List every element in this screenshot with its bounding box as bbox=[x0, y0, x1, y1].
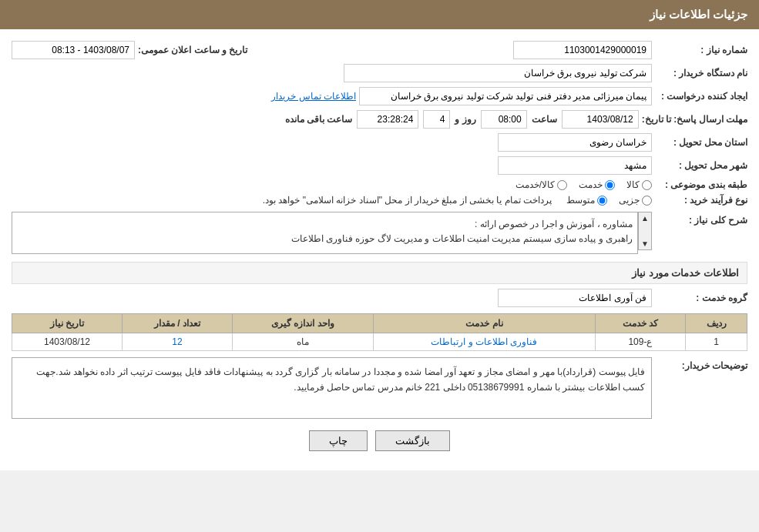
col-service-name: نام خدمت bbox=[374, 314, 596, 333]
hour-label: ساعت bbox=[532, 114, 557, 125]
process-jozyi-radio[interactable] bbox=[642, 196, 652, 206]
row-creator: ایجاد کننده درخواست : اطلاعات تماس خریدا… bbox=[12, 87, 747, 105]
category-khedmat: خدمت bbox=[579, 179, 615, 190]
col-row-num: ردیف bbox=[686, 314, 747, 333]
page-container: جزئیات اطلاعات نیاز شماره نیاز : تاریخ و… bbox=[0, 0, 759, 470]
table-row: 1 ع-109 فناوری اطلاعات و ارتباطات ماه 12… bbox=[12, 333, 747, 351]
service-group-input[interactable] bbox=[498, 289, 652, 307]
process-motavasset-radio[interactable] bbox=[597, 196, 607, 206]
announce-datetime-label: تاریخ و ساعت اعلان عمومی: bbox=[138, 45, 247, 55]
back-button[interactable]: بازگشت bbox=[375, 430, 450, 451]
row-description: شرح کلی نیاز : ▲ ▼ مشاوره ، آموزش و اجرا… bbox=[12, 212, 747, 254]
row-need-number: شماره نیاز : تاریخ و ساعت اعلان عمومی: bbox=[12, 41, 747, 59]
process-motavasset: متوسط bbox=[566, 195, 607, 206]
row-process: نوع فرآیند خرید : جزیی متوسط پرداخت تمام… bbox=[12, 195, 747, 206]
process-motavasset-label: متوسط bbox=[566, 195, 595, 206]
province-label: استان محل تحویل : bbox=[655, 137, 747, 148]
scroll-up-icon: ▲ bbox=[640, 214, 650, 223]
process-jozyi-label: جزیی bbox=[619, 195, 640, 206]
buyer-org-input[interactable] bbox=[344, 64, 652, 82]
buyer-notes-label: توضیحات خریدار: bbox=[655, 357, 747, 371]
city-input[interactable] bbox=[498, 156, 652, 175]
days-label: روز و bbox=[455, 114, 475, 125]
category-kala-khedmat: کالا/خدمت bbox=[516, 179, 567, 190]
row-send-date: مهلت ارسال پاسخ: تا تاریخ: ساعت روز و سا… bbox=[12, 110, 747, 129]
send-date-label: مهلت ارسال پاسخ: تا تاریخ: bbox=[642, 114, 747, 125]
description-line2: راهبری و پیاده سازی سیستم مدیریت امنیت ا… bbox=[17, 232, 633, 246]
services-table: ردیف کد خدمت نام خدمت واحد اندازه گیری ت… bbox=[12, 313, 747, 351]
page-title: جزئیات اطلاعات نیاز bbox=[650, 8, 747, 21]
deadline-days-input[interactable] bbox=[423, 110, 450, 129]
scroll-button[interactable]: ▲ ▼ bbox=[638, 212, 652, 250]
need-number-input[interactable] bbox=[513, 41, 652, 59]
row-buyer-org: نام دستگاه خریدار : bbox=[12, 64, 747, 82]
service-group-label: گروه خدمت : bbox=[655, 293, 747, 303]
creator-label: ایجاد کننده درخواست : bbox=[655, 91, 747, 102]
category-label: طبقه بندی موضوعی : bbox=[655, 179, 747, 190]
deadline-row: ساعت روز و ساعت باقی مانده bbox=[285, 110, 639, 129]
category-radio-group: کالا خدمت کالا/خدمت bbox=[516, 179, 652, 190]
cell-code: ع-109 bbox=[595, 333, 686, 351]
cell-name: فناوری اطلاعات و ارتباطات bbox=[374, 333, 596, 351]
content-area: شماره نیاز : تاریخ و ساعت اعلان عمومی: ن… bbox=[0, 29, 759, 470]
col-unit: واحد اندازه گیری bbox=[232, 314, 373, 333]
cell-qty: 12 bbox=[123, 333, 233, 351]
deadline-date-input[interactable] bbox=[562, 110, 639, 129]
category-kala-label: کالا bbox=[626, 179, 640, 190]
process-jozyi: جزیی bbox=[619, 195, 652, 206]
description-text: مشاوره ، آموزش و اجرا در خصوص ارائه : را… bbox=[12, 212, 638, 254]
remaining-label: ساعت باقی مانده bbox=[285, 114, 353, 125]
announce-datetime-input[interactable] bbox=[12, 41, 135, 59]
row-city: شهر محل تحویل : bbox=[12, 156, 747, 175]
description-line1: مشاوره ، آموزش و اجرا در خصوص ارائه : bbox=[17, 217, 633, 232]
category-khedmat-label: خدمت bbox=[579, 179, 603, 190]
scroll-down-icon: ▼ bbox=[640, 239, 650, 248]
process-label: نوع فرآیند خرید : bbox=[655, 195, 747, 206]
services-section-title: اطلاعات خدمات مورد نیاز bbox=[12, 262, 747, 284]
cell-row-num: 1 bbox=[686, 333, 747, 351]
button-row: بازگشت چاپ bbox=[12, 430, 747, 451]
deadline-remaining-input[interactable] bbox=[357, 110, 418, 129]
category-kala-khedmat-radio[interactable] bbox=[557, 180, 567, 190]
category-kala-radio[interactable] bbox=[642, 180, 652, 190]
description-label: شرح کلی نیاز : bbox=[655, 212, 747, 226]
buyer-notes-content: فایل پیوست (قرارداد)با مهر و امضای مجاز … bbox=[12, 357, 652, 419]
province-input[interactable] bbox=[498, 133, 652, 152]
table-header-row: ردیف کد خدمت نام خدمت واحد اندازه گیری ت… bbox=[12, 314, 747, 333]
col-date: تاریخ نیاز bbox=[12, 314, 123, 333]
row-buyer-notes: توضیحات خریدار: فایل پیوست (قرارداد)با م… bbox=[12, 357, 747, 419]
contact-link[interactable]: اطلاعات تماس خریدار bbox=[271, 91, 356, 102]
col-service-code: کد خدمت bbox=[595, 314, 686, 333]
row-service-group: گروه خدمت : bbox=[12, 289, 747, 307]
process-radio-group: جزیی متوسط bbox=[566, 195, 652, 206]
print-button[interactable]: چاپ bbox=[309, 430, 368, 451]
col-qty: تعداد / مقدار bbox=[123, 314, 233, 333]
row-category: طبقه بندی موضوعی : کالا خدمت کالا/خدمت bbox=[12, 179, 747, 190]
process-note: پرداخت تمام یا بخشی از مبلغ خریدار از مح… bbox=[263, 195, 552, 206]
creator-input[interactable] bbox=[359, 87, 652, 105]
category-kala-khedmat-label: کالا/خدمت bbox=[516, 179, 555, 190]
table-body: 1 ع-109 فناوری اطلاعات و ارتباطات ماه 12… bbox=[12, 333, 747, 351]
deadline-time-input[interactable] bbox=[481, 110, 527, 129]
cell-date: 1403/08/12 bbox=[12, 333, 123, 351]
row-province: استان محل تحویل : bbox=[12, 133, 747, 152]
buyer-org-label: نام دستگاه خریدار : bbox=[655, 68, 747, 79]
city-label: شهر محل تحویل : bbox=[655, 160, 747, 171]
page-header: جزئیات اطلاعات نیاز bbox=[0, 0, 759, 29]
need-number-label: شماره نیاز : bbox=[655, 45, 747, 55]
category-khedmat-radio[interactable] bbox=[605, 180, 615, 190]
description-container: ▲ ▼ مشاوره ، آموزش و اجرا در خصوص ارائه … bbox=[12, 212, 652, 254]
cell-unit: ماه bbox=[232, 333, 373, 351]
category-kala: کالا bbox=[626, 179, 652, 190]
